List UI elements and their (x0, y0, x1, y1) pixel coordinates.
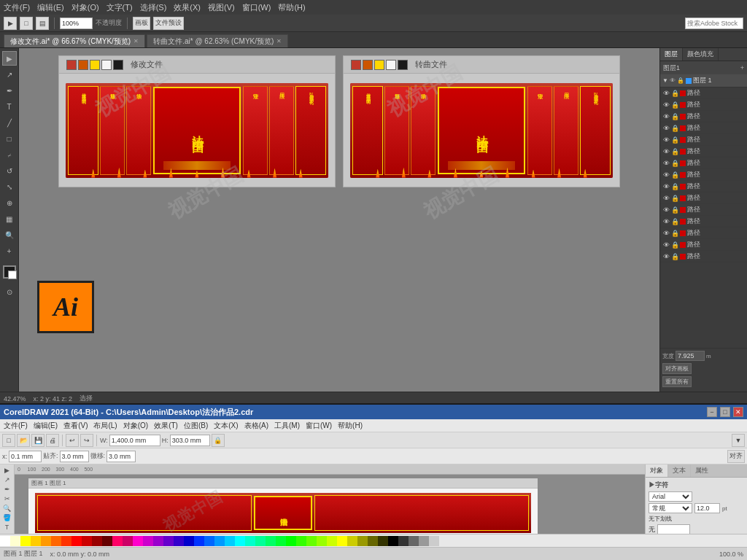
layer-1-eye[interactable]: 👁 (662, 101, 670, 109)
ai-tool-new[interactable]: □ (20, 17, 33, 30)
ai-tool-open[interactable]: ▤ (36, 17, 49, 30)
cd-tool-freehand[interactable]: ✒ (1, 485, 13, 494)
layer-5-lock[interactable]: 🔒 (671, 148, 678, 155)
ai-search-input[interactable] (685, 18, 743, 29)
ai-tab-0[interactable]: 修改文件.ai* @ 66.67% (CMYK/预览) ✕ (4, 34, 145, 47)
cd-color-37[interactable] (378, 536, 388, 546)
cd-nudge-input[interactable] (107, 451, 136, 462)
layer-2-lock[interactable]: 🔒 (671, 113, 678, 120)
ai-panel-tab-layers[interactable]: 图层 (660, 48, 683, 61)
cd-width-input[interactable] (109, 435, 160, 446)
cd-color-19[interactable] (194, 536, 204, 546)
ai-tool-scale[interactable]: ⤡ (2, 179, 17, 194)
cd-font-style-select[interactable]: 常规 (649, 503, 692, 513)
cd-color-25[interactable] (255, 536, 266, 546)
cd-menu-table[interactable]: 表格(A) (244, 421, 268, 431)
cd-color-18[interactable] (184, 536, 194, 546)
ai-tool-gradient[interactable]: ▦ (2, 211, 17, 226)
cd-menu-edit[interactable]: 编辑(E) (34, 421, 58, 431)
cd-color-30[interactable] (306, 536, 317, 546)
ai-menu-file[interactable]: 文件(F) (4, 2, 30, 13)
cd-color-1[interactable] (10, 536, 20, 546)
cd-undo-btn[interactable]: ↩ (66, 434, 79, 447)
cd-wu-input[interactable] (657, 524, 690, 534)
cd-menu-effect[interactable]: 效果(T) (154, 421, 178, 431)
ai-menu-view[interactable]: 视图(V) (208, 2, 235, 13)
cd-color-10[interactable] (102, 536, 112, 546)
cd-color-16[interactable] (163, 536, 174, 546)
cd-lock-ratio-btn[interactable]: 🔒 (212, 434, 225, 447)
ai-tool-selection[interactable]: ▶ (2, 51, 17, 66)
cd-tool-crop[interactable]: ✂ (1, 494, 13, 503)
cd-tool-fill[interactable]: 🪣 (1, 513, 13, 522)
cd-color-2[interactable] (20, 536, 31, 546)
cd-tab-object[interactable]: 对象 (646, 464, 668, 477)
cd-tool-pointer[interactable]: ▶ (1, 466, 13, 475)
ai-panel-tab-color[interactable]: 颜色填充 (683, 48, 719, 61)
cd-color-3[interactable] (31, 536, 41, 546)
cd-color-22[interactable] (225, 536, 235, 546)
layer-10-lock[interactable]: 🔒 (671, 206, 678, 214)
cd-menu-layout[interactable]: 布局(L) (93, 421, 117, 431)
cd-color-5[interactable] (51, 536, 61, 546)
ai-tab-0-close[interactable]: ✕ (133, 38, 139, 44)
layer-5-eye[interactable]: 👁 (662, 148, 670, 155)
cd-menu-text[interactable]: 文本(X) (214, 421, 238, 431)
ai-menu-edit[interactable]: 编辑(E) (37, 2, 64, 13)
cd-align-btn[interactable]: 对齐 (727, 450, 745, 463)
ai-tool-pen[interactable]: ✒ (2, 83, 17, 98)
layer-4-lock[interactable]: 🔒 (671, 136, 678, 144)
ai-tab-1-close[interactable]: ✕ (276, 38, 282, 44)
cd-open-btn[interactable]: 📂 (17, 434, 30, 447)
cd-color-24[interactable] (245, 536, 255, 546)
cd-x-input[interactable] (9, 451, 42, 462)
layer-13-eye[interactable]: 👁 (662, 241, 670, 249)
cd-snap-input[interactable] (60, 451, 89, 462)
ai-menu-effect[interactable]: 效果(X) (174, 2, 201, 13)
ai-tool-eyedropper[interactable]: 🔍 (2, 228, 17, 242)
cd-print-btn[interactable]: 🖨 (46, 434, 59, 447)
ai-tab-1[interactable]: 转曲文件.ai* @ 62.63% (CMYK/预览) ✕ (147, 34, 288, 47)
layer-4-eye[interactable]: 👁 (662, 136, 670, 144)
layer-11-lock[interactable]: 🔒 (671, 218, 678, 225)
ai-menu-text[interactable]: 文字(T) (107, 2, 133, 13)
cd-menu-tools[interactable]: 工具(M) (274, 421, 300, 431)
ai-tool-brush[interactable]: ⌿ (2, 147, 17, 162)
cd-color-34[interactable] (347, 536, 357, 546)
cd-new-btn[interactable]: □ (2, 434, 15, 447)
ai-artboard-btn[interactable]: 画板 (133, 17, 150, 30)
cd-save-btn[interactable]: 💾 (31, 434, 44, 447)
layer-2-eye[interactable]: 👁 (662, 113, 670, 120)
layer-7-eye[interactable]: 👁 (662, 171, 670, 179)
cd-close-btn[interactable]: ✕ (733, 407, 743, 417)
cd-color-28[interactable] (286, 536, 296, 546)
layer-6-eye[interactable]: 👁 (662, 160, 670, 167)
layer-expand[interactable]: ▼ (662, 77, 668, 84)
cd-font-size-input[interactable] (694, 503, 720, 513)
cd-menu-help[interactable]: 帮助(H) (338, 421, 363, 431)
cd-tab-text[interactable]: 文本 (668, 464, 691, 477)
ai-tool-line[interactable]: ╱ (2, 115, 17, 130)
cd-color-17[interactable] (174, 536, 184, 546)
ai-tool-blend[interactable]: ⊕ (2, 195, 17, 210)
layer-0-lock[interactable]: 🔒 (671, 90, 678, 97)
layer-7-lock[interactable]: 🔒 (671, 171, 678, 179)
cd-canvas[interactable]: 0 100 200 300 400 500 图画 1 图层 1 (15, 464, 645, 534)
layer-eye-icon[interactable]: 👁 (670, 77, 676, 84)
ai-menu-object[interactable]: 对象(O) (71, 2, 99, 13)
cd-color-38[interactable] (388, 536, 398, 546)
cd-color-21[interactable] (214, 536, 225, 546)
cd-color-36[interactable] (368, 536, 378, 546)
cd-menu-bitmap[interactable]: 位图(B) (184, 421, 208, 431)
cd-color-42[interactable] (429, 536, 439, 546)
layer-6-lock[interactable]: 🔒 (671, 160, 678, 167)
cd-color-27[interactable] (276, 536, 286, 546)
cd-color-41[interactable] (419, 536, 429, 546)
cd-tab-props[interactable]: 属性 (691, 464, 713, 477)
cd-menu-view[interactable]: 查看(V) (63, 421, 88, 431)
layer-12-eye[interactable]: 👁 (662, 230, 670, 237)
ai-tool-zoom[interactable]: + (2, 244, 17, 258)
layer-11-eye[interactable]: 👁 (662, 218, 670, 225)
ai-menu-select[interactable]: 选择(S) (140, 2, 167, 13)
ai-fill-stroke[interactable] (3, 265, 16, 279)
